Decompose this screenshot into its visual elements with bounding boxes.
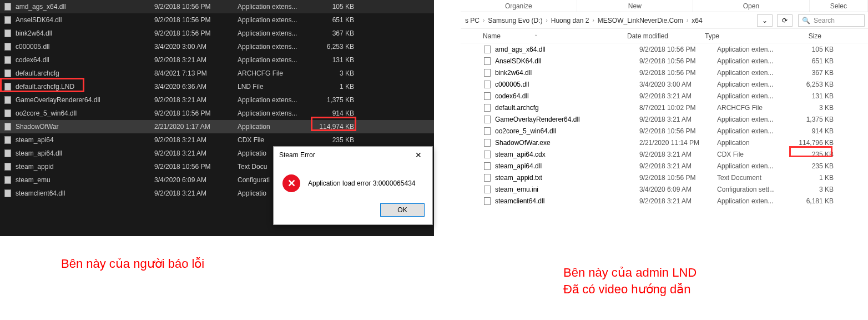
dialog-title: Steam Error [279, 151, 315, 159]
file-row[interactable]: GameOverlayRenderer64.dll 9/2/2018 3:21 … [0, 93, 434, 107]
file-size: 3 KB [789, 104, 834, 112]
file-icon [483, 92, 492, 101]
file-row[interactable]: AnselSDK64.dll 9/2/2018 10:56 PM Applica… [472, 55, 868, 67]
file-icon [483, 103, 492, 112]
file-icon [3, 16, 12, 24]
header-type[interactable]: Type [705, 32, 777, 40]
file-row[interactable]: oo2core_5_win64.dll 9/2/2018 10:56 PM Ap… [0, 107, 434, 120]
file-type: Application [238, 123, 315, 131]
file-icon [3, 109, 12, 118]
header-name[interactable]: Name [483, 32, 501, 40]
file-size: 367 KB [789, 69, 834, 77]
caption-right-2: Đã có video hướng dẫn [563, 282, 691, 297]
file-row[interactable]: ShadowOfWar.exe 2/21/2020 11:14 PM Appli… [472, 137, 868, 148]
file-row[interactable]: steamclient64.dll 9/2/2018 3:21 AM Appli… [472, 195, 868, 207]
file-type: LND File [238, 83, 315, 91]
file-name: AnselSDK64.dll [16, 16, 154, 24]
file-icon [3, 162, 12, 171]
file-size: 1,375 KB [315, 96, 360, 104]
file-row[interactable]: amd_ags_x64.dll 9/2/2018 10:56 PM Applic… [472, 43, 868, 55]
ribbon-select[interactable]: Selec [810, 0, 868, 12]
file-size: 6,253 KB [789, 81, 834, 88]
file-row[interactable]: bink2w64.dll 9/2/2018 10:56 PM Applicati… [472, 67, 868, 78]
ribbon-organize[interactable]: Organize [461, 0, 577, 12]
file-row[interactable]: default.archcfg 8/4/2021 7:13 PM ARCHCFG… [0, 67, 434, 80]
header-date[interactable]: Date modified [627, 32, 705, 40]
file-size: 235 KB [789, 151, 834, 158]
ribbon-tabs: Organize New Open Selec [461, 0, 868, 12]
file-date: 3/4/2020 6:09 AM [154, 176, 238, 184]
file-date: 9/2/2018 3:21 AM [639, 151, 717, 158]
ok-button[interactable]: OK [380, 203, 425, 217]
file-name: steam_api64.dll [495, 162, 639, 170]
file-row[interactable]: GameOverlayRenderer64.dll 9/2/2018 3:21 … [472, 113, 868, 125]
error-icon: ✕ [282, 174, 300, 192]
file-size: 1,375 KB [789, 116, 834, 123]
column-headers[interactable]: Name⌃ Date modified Type Size [461, 29, 868, 43]
dialog-message: Application load error 3:0000065434 [308, 179, 415, 187]
search-input[interactable]: 🔍 Search [798, 14, 865, 27]
file-row[interactable]: c000005.dll 3/4/2020 3:00 AM Application… [472, 78, 868, 90]
file-row[interactable]: codex64.dll 9/2/2018 3:21 AM Application… [472, 90, 868, 102]
file-icon [3, 189, 12, 198]
file-date: 9/2/2018 3:21 AM [154, 149, 238, 157]
file-name: bink2w64.dll [16, 29, 154, 37]
file-row[interactable]: steam_appid.txt 9/2/2018 10:56 PM Text D… [472, 172, 868, 183]
file-row[interactable]: bink2w64.dll 9/2/2018 10:56 PM Applicati… [0, 27, 434, 40]
file-row[interactable]: steam_api64 9/2/2018 3:21 AM CDX File 23… [0, 133, 434, 147]
file-date: 9/2/2018 3:21 AM [639, 162, 717, 170]
file-icon [483, 138, 492, 147]
bc-folder3[interactable]: x64 [690, 17, 703, 24]
file-name: codex64.dll [495, 92, 639, 100]
file-icon [483, 127, 492, 136]
file-icon [3, 96, 12, 104]
file-date: 8/7/2021 10:02 PM [639, 104, 717, 112]
file-row[interactable]: steam_api64.dll 9/2/2018 3:21 AM Applica… [472, 160, 868, 172]
bc-drive[interactable]: Samsung Evo (D:) [487, 17, 543, 24]
file-row[interactable]: oo2core_5_win64.dll 9/2/2018 10:56 PM Ap… [472, 125, 868, 137]
file-row[interactable]: codex64.dll 9/2/2018 3:21 AM Application… [0, 53, 434, 67]
file-icon [3, 56, 12, 64]
bc-pc[interactable]: s PC [464, 17, 481, 24]
file-date: 9/2/2018 10:56 PM [154, 3, 238, 11]
file-type: Application extens... [238, 29, 315, 37]
bc-folder1[interactable]: Huong dan 2 [550, 17, 591, 24]
file-row[interactable]: c000005.dll 3/4/2020 3:00 AM Application… [0, 40, 434, 53]
file-icon [3, 42, 12, 51]
file-name: default.archcfg.LND [16, 83, 154, 91]
file-name: steam_emu.ini [495, 186, 639, 193]
breadcrumb[interactable]: s PC› Samsung Evo (D:)› Huong dan 2› MES… [464, 17, 753, 24]
file-date: 2/21/2020 11:14 PM [639, 139, 717, 147]
bc-folder2[interactable]: MESOW_LinkNeverDie.Com [597, 17, 684, 24]
file-name: oo2core_5_win64.dll [16, 109, 154, 117]
file-row[interactable]: amd_ags_x64.dll 9/2/2018 10:56 PM Applic… [0, 0, 434, 13]
ribbon-open[interactable]: Open [693, 0, 810, 12]
ribbon-new[interactable]: New [577, 0, 694, 12]
file-date: 3/4/2020 6:36 AM [154, 83, 238, 91]
file-date: 2/21/2020 1:17 AM [154, 123, 238, 131]
file-type: Application extens... [238, 96, 315, 104]
file-date: 3/4/2020 6:09 AM [639, 186, 717, 193]
file-size: 235 KB [789, 162, 834, 170]
file-type: Application exten... [717, 162, 789, 170]
file-row[interactable]: steam_emu.ini 3/4/2020 6:09 AM Configura… [472, 183, 868, 195]
file-name: c000005.dll [16, 43, 154, 51]
file-name: amd_ags_x64.dll [495, 46, 639, 53]
file-date: 9/2/2018 3:21 AM [639, 197, 717, 205]
file-row[interactable]: AnselSDK64.dll 9/2/2018 10:56 PM Applica… [0, 13, 434, 27]
file-row[interactable]: default.archcfg 8/7/2021 10:02 PM ARCHCF… [472, 102, 868, 113]
file-size: 914 KB [789, 127, 834, 135]
file-type: ARCHCFG File [717, 104, 789, 112]
file-date: 3/4/2020 3:00 AM [639, 81, 717, 88]
file-type: Application exten... [717, 57, 789, 65]
refresh-icon[interactable]: ⟳ [777, 14, 793, 27]
file-row[interactable]: ShadowOfWar 2/21/2020 1:17 AM Applicatio… [0, 120, 434, 133]
file-size: 105 KB [789, 46, 834, 53]
header-size[interactable]: Size [777, 32, 821, 40]
dropdown-icon[interactable]: ⌄ [757, 14, 773, 27]
close-icon[interactable]: ✕ [410, 151, 427, 159]
file-row[interactable]: steam_api64.cdx 9/2/2018 3:21 AM CDX Fil… [472, 148, 868, 160]
file-icon [483, 197, 492, 206]
file-size: 114,974 KB [315, 123, 360, 131]
file-row[interactable]: default.archcfg.LND 3/4/2020 6:36 AM LND… [0, 80, 434, 93]
